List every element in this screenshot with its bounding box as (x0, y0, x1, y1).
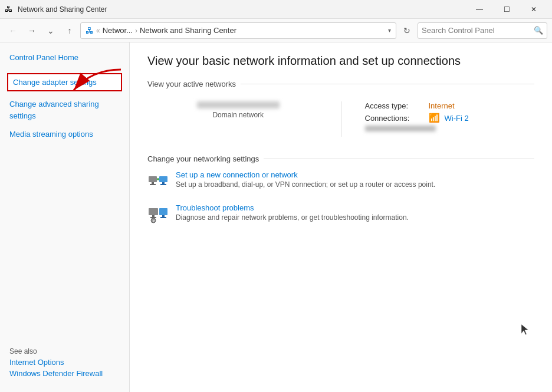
connections-label: Connections: (365, 114, 424, 123)
troubleshoot-desc: Diagnose and repair network problems, or… (176, 213, 409, 222)
svg-rect-5 (160, 184, 166, 185)
content-area: View your basic network information and … (130, 42, 552, 392)
new-connection-icon (147, 170, 169, 192)
svg-rect-12 (160, 217, 166, 218)
svg-rect-3 (159, 176, 167, 182)
sidebar: Control Panel Home Change adapter settin… (0, 42, 130, 392)
new-connection-link[interactable]: Set up a new connection or network (176, 170, 435, 179)
breadcrumb-bar[interactable]: 🖧 « Networ... › Network and Sharing Cent… (80, 22, 396, 39)
up-button[interactable]: ↑ (61, 22, 78, 39)
see-also-label: See also (9, 347, 120, 355)
close-button[interactable]: ✕ (520, 0, 547, 19)
sidebar-item-change-sharing[interactable]: Change advanced sharing settings (0, 96, 129, 124)
networking-settings-label: Change your networking settings (147, 154, 259, 163)
search-icon: 🔍 (534, 26, 543, 35)
breadcrumb-prefix: Networ... (103, 26, 133, 35)
access-type-label: Access type: (365, 101, 424, 110)
sidebar-item-control-panel-home[interactable]: Control Panel Home (0, 50, 129, 66)
breadcrumb-separator: « (96, 27, 100, 35)
wifi-details-blurred (365, 126, 436, 131)
sidebar-item-media-streaming[interactable]: Media streaming options (0, 126, 129, 143)
network-name-blurred (197, 101, 280, 108)
minimize-button[interactable]: — (466, 0, 493, 19)
titlebar-left: 🖧 Network and Sharing Center (5, 5, 107, 14)
sidebar-item-internet-options[interactable]: Internet Options (9, 358, 120, 367)
breadcrumb-dropdown-button[interactable]: ▾ (388, 27, 391, 34)
sidebar-item-windows-defender[interactable]: Windows Defender Firewall (9, 369, 120, 378)
breadcrumb-arrow: › (135, 27, 137, 35)
network-type: Domain network (212, 111, 264, 119)
svg-rect-0 (149, 176, 157, 182)
troubleshoot-icon: ? (147, 203, 169, 225)
titlebar-controls: — ☐ ✕ (466, 0, 547, 19)
networking-settings-header: Change your networking settings (147, 154, 534, 163)
back-button[interactable]: ← (5, 22, 21, 39)
option-troubleshoot: ? Troubleshoot problems Diagnose and rep… (147, 203, 534, 225)
active-networks-header: View your active networks (147, 80, 534, 88)
svg-rect-7 (149, 208, 158, 215)
option-new-connection: Set up a new connection or network Set u… (147, 170, 534, 192)
svg-rect-1 (152, 182, 154, 184)
breadcrumb-current: Network and Sharing Center (140, 26, 236, 35)
svg-rect-10 (159, 208, 167, 215)
page-title: View your basic network information and … (147, 54, 534, 68)
active-networks-label: View your active networks (147, 80, 236, 88)
app-icon: 🖧 (5, 5, 14, 14)
breadcrumb-icon: 🖧 (86, 26, 94, 35)
network-separator (341, 101, 341, 137)
network-info: Domain network Access type: Internet Con… (147, 95, 534, 149)
network-left-panel: Domain network (147, 101, 329, 119)
svg-point-6 (157, 178, 159, 180)
section-divider (241, 84, 534, 84)
window-title: Network and Sharing Center (18, 5, 107, 14)
troubleshoot-text: Troubleshoot problems Diagnose and repai… (176, 203, 409, 222)
search-bar[interactable]: 🔍 (418, 22, 547, 39)
main-layout: Control Panel Home Change adapter settin… (0, 42, 552, 392)
svg-rect-8 (152, 215, 155, 217)
new-connection-text: Set up a new connection or network Set u… (176, 170, 435, 189)
svg-text:?: ? (153, 219, 155, 223)
svg-rect-4 (162, 182, 165, 184)
titlebar: 🖧 Network and Sharing Center — ☐ ✕ (0, 0, 552, 19)
maximize-button[interactable]: ☐ (493, 0, 520, 19)
svg-rect-11 (162, 215, 165, 217)
svg-rect-2 (150, 184, 156, 185)
network-right-panel: Access type: Internet Connections: 📶 Wi-… (353, 101, 535, 131)
access-type-row: Access type: Internet (365, 101, 523, 110)
refresh-button[interactable]: ↻ (399, 22, 415, 39)
sidebar-bottom: See also Internet Options Windows Defend… (0, 340, 129, 385)
search-input[interactable] (422, 26, 531, 35)
section-divider-2 (264, 159, 534, 159)
troubleshoot-link[interactable]: Troubleshoot problems (176, 203, 409, 212)
wifi-bars-icon: 📶 (429, 113, 440, 123)
addressbar: ← → ⌄ ↑ 🖧 « Networ... › Network and Shar… (0, 19, 552, 42)
forward-button[interactable]: → (24, 22, 40, 39)
wifi-link[interactable]: Wi-Fi 2 (445, 114, 469, 123)
recent-locations-button[interactable]: ⌄ (42, 22, 59, 39)
sidebar-item-change-adapter[interactable]: Change adapter settings (7, 73, 122, 92)
new-connection-desc: Set up a broadband, dial-up, or VPN conn… (176, 180, 435, 189)
connections-row: Connections: 📶 Wi-Fi 2 (365, 113, 523, 123)
access-type-value: Internet (429, 101, 455, 110)
